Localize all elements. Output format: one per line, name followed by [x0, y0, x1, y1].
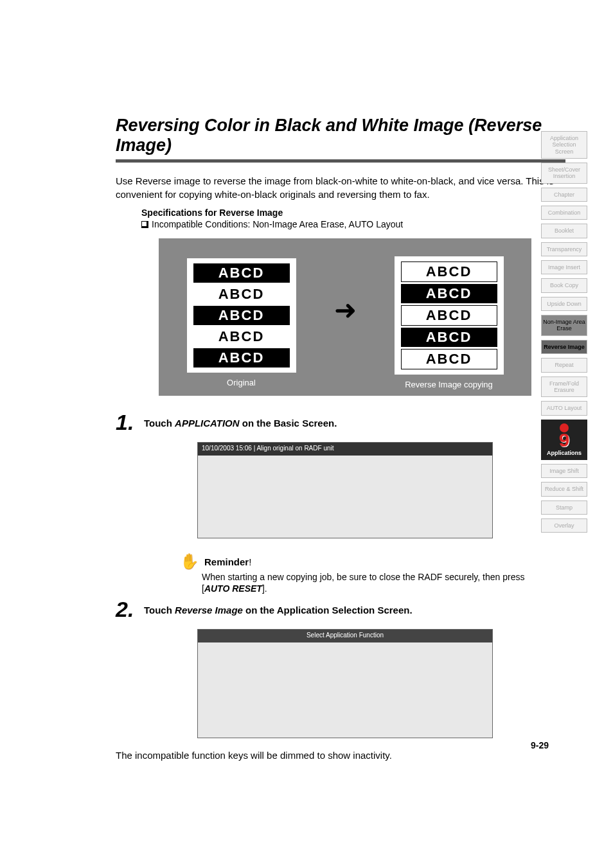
tab-upside-down[interactable]: Upside Down — [541, 297, 587, 311]
tab-booklet[interactable]: Booklet — [541, 224, 587, 238]
sample-row: ABCD — [401, 261, 497, 282]
reminder-excl: ! — [249, 556, 251, 567]
application-screen-screenshot: Select Application Function — [197, 629, 493, 738]
tab-frame-fold-erasure[interactable]: Frame/Fold Erasure — [541, 376, 587, 398]
sample-row: ABCD — [401, 328, 497, 347]
spec-heading: Specifications for Reverse Image — [141, 208, 574, 218]
step-action: Reverse Image — [175, 605, 243, 616]
step-2: 2. Touch Reverse Image on the Applicatio… — [116, 601, 574, 623]
reminder-body-suffix: ]. — [262, 583, 267, 594]
sample-row: ABCD — [193, 285, 290, 304]
bullet-icon — [141, 221, 148, 228]
sample-row: ABCD — [193, 348, 290, 368]
step-suffix: on the Application Selection Screen. — [243, 605, 413, 616]
spec-line: Incompatible Conditions: Non-Image Area … — [141, 219, 574, 229]
screenshot-content — [198, 642, 492, 738]
auto-reset-label: AUTO RESET — [204, 583, 262, 594]
page-number: 9-29 — [531, 740, 549, 750]
intro-paragraph: Use Reverse image to reverse the image f… — [116, 174, 559, 201]
spec-block: Specifications for Reverse Image Incompa… — [141, 208, 574, 229]
step-suffix: on the Basic Screen. — [240, 418, 337, 429]
page-title: Reversing Color in Black and White Image… — [116, 116, 574, 155]
spec-text: Incompatible Conditions: Non-Image Area … — [152, 219, 403, 229]
reverse-card: ABCD ABCD ABCD ABCD ABCD — [395, 256, 504, 375]
tab-chapter[interactable]: Chapter — [541, 188, 587, 202]
title-underline — [116, 159, 565, 163]
reminder-heading: ✋ Reminder! — [180, 553, 540, 571]
side-tabs: Application Selection Screen Sheet/Cover… — [541, 131, 587, 533]
tab-combination[interactable]: Combination — [541, 206, 587, 220]
hand-stop-icon: ✋ — [180, 553, 199, 571]
step-1: 1. Touch APPLICATION on the Basic Screen… — [116, 414, 574, 436]
tab-reduce-shift[interactable]: Reduce & Shift — [541, 482, 587, 496]
step-text: Touch APPLICATION on the Basic Screen. — [144, 418, 337, 429]
tab-overlay[interactable]: Overlay — [541, 518, 587, 533]
illustration-right: ABCD ABCD ABCD ABCD ABCD Reverse Image c… — [395, 256, 504, 389]
sample-row: ABCD — [401, 349, 497, 369]
arrow-right-icon: ➜ — [334, 294, 357, 326]
footnote: The incompatible function keys will be d… — [116, 750, 574, 761]
reminder-block: ✋ Reminder! When starting a new copying … — [180, 553, 540, 594]
tab-application-selection[interactable]: Application Selection Screen — [541, 131, 587, 159]
step-number: 2. — [116, 598, 144, 620]
tab-non-image-area-erase[interactable]: Non-Image Area Erase — [541, 315, 587, 336]
original-card: ABCD ABCD ABCD ABCD ABCD — [187, 258, 296, 373]
sample-row: ABCD — [193, 327, 290, 346]
chapter-label: Applications — [547, 450, 582, 456]
step-number: 1. — [116, 411, 144, 433]
tab-image-insert[interactable]: Image Insert — [541, 260, 587, 274]
tab-book-copy[interactable]: Book Copy — [541, 278, 587, 292]
step-prefix: Touch — [144, 605, 175, 616]
sample-row: ABCD — [193, 306, 290, 325]
sample-row: ABCD — [401, 305, 497, 326]
tab-stamp[interactable]: Stamp — [541, 500, 587, 515]
reminder-body: When starting a new copying job, be sure… — [202, 572, 540, 594]
tab-transparency[interactable]: Transparency — [541, 242, 587, 256]
chapter-number: 9 — [559, 431, 570, 448]
step-text: Touch Reverse Image on the Application S… — [144, 605, 413, 616]
sample-row: ABCD — [401, 284, 497, 303]
screenshot-top-bar: Select Application Function — [198, 630, 492, 642]
step-action: APPLICATION — [175, 418, 240, 429]
tab-image-shift[interactable]: Image Shift — [541, 464, 587, 478]
tab-repeat[interactable]: Repeat — [541, 358, 587, 372]
tab-applications-chapter[interactable]: 9 Applications — [541, 420, 587, 460]
screenshot-top-bar: 10/10/2003 15:06 | Align original on RAD… — [198, 443, 492, 456]
tab-auto-layout[interactable]: AUTO Layout — [541, 401, 587, 415]
illustration-left: ABCD ABCD ABCD ABCD ABCD Original — [187, 258, 296, 387]
step-prefix: Touch — [144, 418, 175, 429]
tab-reverse-image[interactable]: Reverse Image — [541, 340, 587, 354]
reminder-title: Reminder — [204, 556, 249, 567]
caption-reverse: Reverse Image copying — [405, 380, 493, 389]
screenshot-content — [198, 456, 492, 538]
illustration: ABCD ABCD ABCD ABCD ABCD Original ➜ ABCD… — [159, 238, 531, 396]
basic-screen-screenshot: 10/10/2003 15:06 | Align original on RAD… — [197, 442, 493, 538]
sample-row: ABCD — [193, 263, 290, 283]
tab-sheet-cover[interactable]: Sheet/Cover Insertion — [541, 163, 587, 184]
caption-original: Original — [227, 378, 256, 387]
